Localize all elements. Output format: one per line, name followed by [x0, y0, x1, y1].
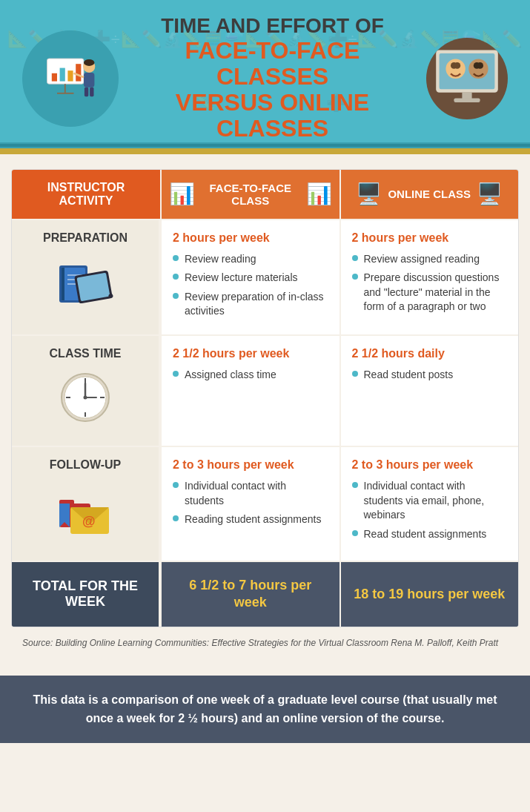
class-time-online-cell: 2 1/2 hours daily Read student posts — [339, 336, 519, 446]
svg-rect-4 — [76, 64, 81, 81]
class-time-label: CLASS TIME — [50, 347, 122, 360]
list-item: Individual contact with students via ema… — [352, 479, 508, 523]
total-online-value: 18 to 19 hours per week — [354, 586, 505, 603]
follow-up-face-hours: 2 to 3 hours per week — [173, 458, 328, 472]
follow-up-online-hours: 2 to 3 hours per week — [352, 458, 508, 472]
follow-up-online-cell: 2 to 3 hours per week Individual contact… — [339, 447, 519, 561]
list-item: Review assigned reading — [352, 252, 508, 267]
total-face-cell: 6 1/2 to 7 hours per week — [160, 562, 339, 627]
preparation-face-cell: 2 hours per week Review reading Review l… — [160, 220, 339, 334]
svg-point-40 — [83, 395, 87, 399]
bullet-dot — [352, 482, 358, 488]
face-header-label: FACE-TO-FACE CLASS — [201, 182, 300, 207]
svg-point-12 — [84, 59, 94, 66]
preparation-row: PREPARATION — [12, 219, 518, 334]
bullet-dot — [173, 515, 179, 521]
follow-up-row: FOLLOW-UP @ — [12, 446, 518, 561]
source-text: Source: Building Online Learning Communi… — [22, 638, 498, 648]
list-item: Review lecture materials — [173, 271, 328, 285]
list-item: Read student assignments — [352, 527, 508, 542]
online-column-header: 🖥️ ONLINE CLASS 🖥️ — [339, 170, 519, 219]
main-content: INSTRUCTOR ACTIVITY 📊 FACE-TO-FACE CLASS… — [0, 154, 530, 668]
bullet-dot — [173, 293, 179, 299]
bullet-dot — [352, 274, 358, 280]
list-item: Prepare discussion questions and "lectur… — [352, 271, 508, 314]
title-bottom2: VERSUS ONLINE CLASSES — [133, 90, 411, 142]
bullet-dot — [352, 530, 358, 536]
chart-icon: 📊 — [169, 182, 195, 206]
chart2-icon: 📊 — [306, 182, 332, 206]
instructor-header-label: INSTRUCTOR ACTIVITY — [19, 181, 153, 208]
svg-rect-2 — [60, 67, 65, 81]
svg-rect-8 — [84, 73, 94, 88]
follow-up-icon: @ — [56, 481, 115, 549]
class-time-online-hours: 2 1/2 hours daily — [352, 347, 508, 360]
svg-point-20 — [477, 62, 483, 69]
face-to-face-column-header: 📊 FACE-TO-FACE CLASS 📊 — [160, 170, 339, 219]
svg-rect-3 — [67, 70, 73, 81]
gold-bar — [0, 148, 530, 154]
footer: This data is a comparison of one week of… — [0, 676, 530, 743]
online-header-label: ONLINE CLASS — [388, 188, 471, 200]
class-time-icon — [58, 370, 113, 435]
header-connector — [0, 142, 530, 148]
total-label-cell: TOTAL FOR THE WEEK — [12, 562, 160, 627]
preparation-label-cell: PREPARATION — [12, 220, 160, 334]
total-label: TOTAL FOR THE WEEK — [23, 578, 148, 610]
total-row: TOTAL FOR THE WEEK 6 1/2 to 7 hours per … — [12, 561, 518, 627]
list-item: Read student posts — [352, 368, 508, 383]
preparation-online-hours: 2 hours per week — [352, 231, 508, 245]
class-time-face-cell: 2 1/2 hours per week Assigned class time — [160, 336, 339, 446]
assigned-class-time-label: Assigned class time — [185, 368, 276, 383]
list-item: Individual contact with students — [173, 479, 328, 508]
monitor-icon — [426, 38, 508, 119]
bullet-dot — [173, 255, 179, 261]
instructor-column-header: INSTRUCTOR ACTIVITY — [12, 170, 160, 219]
header: 📐✏️🔬📏➕÷ 📐✏️🔬📏🧮⚗️ 📐✏️🔬📏➕÷ 📐✏️🔬📏🧮⚗️ 📐✏️🔬📏➕… — [0, 0, 530, 142]
svg-rect-10 — [85, 87, 88, 96]
class-time-face-hours: 2 1/2 hours per week — [173, 347, 328, 360]
column-headers: INSTRUCTOR ACTIVITY 📊 FACE-TO-FACE CLASS… — [12, 170, 518, 219]
monitor2-icon: 🖥️ — [356, 182, 382, 206]
header-title-block: TIME AND EFFORT OF FACE-TO-FACE CLASSES … — [133, 15, 411, 142]
class-time-online-bullets: Read student posts — [352, 368, 508, 383]
bullet-dot — [173, 274, 179, 280]
svg-text:@: @ — [82, 514, 96, 529]
svg-rect-25 — [62, 268, 64, 300]
total-online-cell: 18 to 19 hours per week — [339, 562, 519, 627]
list-item: Review preparation of in-class activitie… — [173, 290, 328, 319]
read-student-posts-label: Read student posts — [364, 368, 454, 383]
bullet-dot — [173, 371, 179, 377]
title-top: TIME AND EFFORT OF — [133, 15, 411, 38]
bullet-dot — [352, 371, 358, 377]
class-time-row: CLASS TIME — [12, 334, 518, 446]
follow-up-online-bullets: Individual contact with students via ema… — [352, 479, 508, 541]
preparation-online-bullets: Review assigned reading Prepare discussi… — [352, 252, 508, 314]
svg-rect-11 — [90, 87, 93, 96]
total-face-value: 6 1/2 to 7 hours per week — [173, 577, 328, 612]
preparation-label: PREPARATION — [43, 231, 127, 245]
svg-rect-30 — [77, 272, 110, 300]
presenter-icon — [22, 30, 119, 127]
svg-rect-1 — [52, 73, 57, 82]
comparison-table: INSTRUCTOR ACTIVITY 📊 FACE-TO-FACE CLASS… — [11, 169, 519, 627]
class-time-label-cell: CLASS TIME — [12, 336, 160, 446]
list-item: Reading student assignments — [173, 512, 328, 527]
follow-up-label: FOLLOW-UP — [50, 458, 122, 472]
svg-rect-21 — [462, 92, 471, 99]
svg-point-17 — [454, 62, 460, 69]
preparation-icon — [56, 254, 115, 323]
bullet-dot — [352, 255, 358, 261]
preparation-face-hours: 2 hours per week — [173, 231, 328, 245]
title-bottom1: FACE-TO-FACE CLASSES — [133, 38, 411, 90]
preparation-face-bullets: Review reading Review lecture materials … — [173, 252, 328, 319]
source-citation: Source: Building Online Learning Communi… — [11, 627, 519, 653]
list-item: Assigned class time — [173, 368, 328, 383]
follow-up-label-cell: FOLLOW-UP @ — [12, 447, 160, 561]
monitor3-icon: 🖥️ — [477, 182, 503, 206]
bullet-dot — [173, 482, 179, 488]
follow-up-face-cell: 2 to 3 hours per week Individual contact… — [160, 447, 339, 561]
follow-up-face-bullets: Individual contact with students Reading… — [173, 479, 328, 527]
footer-text: This data is a comparison of one week of… — [30, 690, 500, 728]
class-time-face-bullets: Assigned class time — [173, 368, 328, 383]
